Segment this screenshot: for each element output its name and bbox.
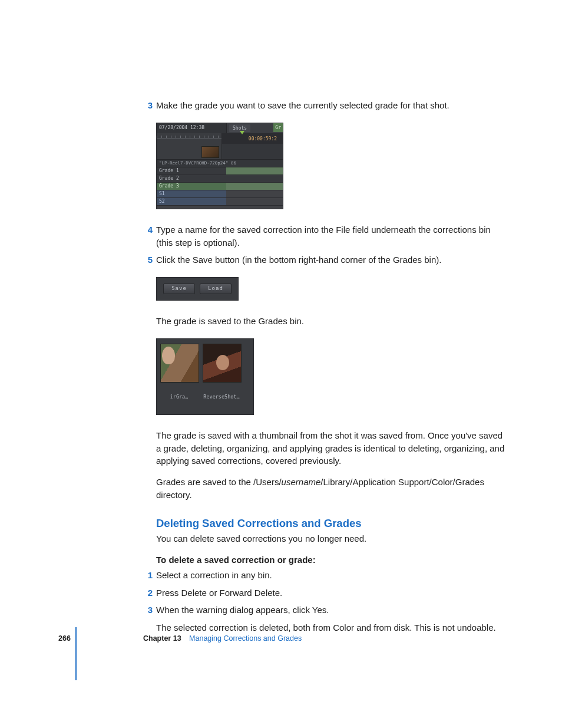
- step-number: 1: [142, 569, 153, 582]
- step-number: 5: [142, 253, 153, 266]
- figure-save-load: Save Load: [156, 277, 510, 301]
- step-text: Type a name for the saved correction int…: [156, 223, 510, 249]
- page-number: 266: [58, 633, 71, 644]
- step-text: Click the Save button (in the bottom rig…: [156, 253, 510, 266]
- section-heading: Deleting Saved Corrections and Grades: [156, 516, 510, 532]
- timeline-ruler: 00:00:59:2: [157, 133, 283, 144]
- margin-rule: [75, 627, 77, 680]
- thumbnail-image: [160, 344, 199, 383]
- timeline-timestamp: 07/28/2004 12:38: [157, 123, 227, 133]
- section-intro: You can delete saved corrections you no …: [156, 532, 510, 545]
- grade-label: Grade 1: [157, 167, 226, 174]
- figure-grades-bin: irGra… ReverseShot…: [156, 338, 510, 415]
- clip-thumbnail: [201, 146, 219, 158]
- load-button: Load: [200, 284, 232, 294]
- step-number: 3: [142, 99, 153, 112]
- path-username: username: [282, 477, 321, 487]
- timeline-tabs: Shots Gr: [227, 123, 283, 133]
- grade-thumbnail-2: ReverseShot…: [203, 344, 240, 400]
- grade-row-2: Grade 2: [157, 175, 283, 183]
- secondary-label: S1: [157, 190, 226, 197]
- timeline-panel: 07/28/2004 12:38 Shots Gr 00:00:59:2: [156, 123, 283, 209]
- step-3: 3 Make the grade you want to save the cu…: [156, 99, 510, 112]
- step-number: 3: [142, 604, 153, 617]
- grade-row-1: Grade 1: [157, 167, 283, 175]
- chapter-title: Managing Corrections and Grades: [189, 634, 302, 643]
- step-text: When the warning dialog appears, click Y…: [156, 604, 510, 617]
- grade-label: Grade 2: [157, 175, 226, 182]
- grade-label: Grade 3: [157, 183, 226, 190]
- page: 3 Make the grade you want to save the cu…: [0, 0, 562, 728]
- chapter-label: Chapter 13: [143, 634, 181, 643]
- content-area: 3 Make the grade you want to save the cu…: [156, 99, 510, 643]
- thumbnail-image: [203, 344, 242, 383]
- path-text-a: Grades are saved to the /Users/: [156, 477, 282, 487]
- step-text: Make the grade you want to save the curr…: [156, 99, 510, 112]
- step-number: 4: [142, 223, 153, 236]
- thumbnail-label: ReverseShot…: [203, 393, 240, 400]
- delete-step-3: 3 When the warning dialog appears, click…: [156, 604, 510, 617]
- save-button: Save: [163, 284, 195, 294]
- timeline-thumb-row: [157, 144, 283, 159]
- procedure-heading: To delete a saved correction or grade:: [156, 554, 510, 566]
- timeline-header: 07/28/2004 12:38 Shots Gr: [157, 123, 283, 133]
- step-4: 4 Type a name for the saved correction i…: [156, 223, 510, 249]
- secondary-row-1: S1: [157, 190, 283, 198]
- secondary-label: S2: [157, 198, 226, 205]
- tab-grades: Gr: [273, 123, 283, 133]
- figure-timeline: 07/28/2004 12:38 Shots Gr 00:00:59:2: [156, 123, 510, 209]
- clip-name: "LP-Reel7-DVCPROHD-720p24" 06: [157, 159, 283, 167]
- thumbnail-label: irGra…: [160, 393, 198, 400]
- timecode: 00:00:59:2: [249, 136, 277, 143]
- step-5: 5 Click the Save button (in the bottom r…: [156, 253, 510, 266]
- playhead-icon: [240, 131, 244, 134]
- delete-step-1: 1 Select a correction in any bin.: [156, 569, 510, 582]
- grade-row-3-selected: Grade 3: [157, 183, 283, 190]
- paragraph: The grade is saved with a thumbnail from…: [156, 429, 510, 467]
- paragraph-path: Grades are saved to the /Users/username/…: [156, 476, 510, 502]
- step-text: Select a correction in any bin.: [156, 569, 510, 582]
- step-text: Press Delete or Forward Delete.: [156, 587, 510, 599]
- save-load-panel: Save Load: [156, 277, 239, 301]
- delete-step-2: 2 Press Delete or Forward Delete.: [156, 587, 510, 599]
- paragraph: The grade is saved to the Grades bin.: [156, 315, 510, 328]
- paragraph-final: The selected correction is deleted, both…: [156, 621, 510, 634]
- secondary-row-2: S2: [157, 198, 283, 206]
- grade-thumbnail-1: irGra…: [160, 344, 198, 400]
- grades-bin-panel: irGra… ReverseShot…: [156, 338, 254, 415]
- chapter-ref: Chapter 13 Managing Corrections and Grad…: [143, 633, 302, 644]
- step-number: 2: [142, 587, 153, 599]
